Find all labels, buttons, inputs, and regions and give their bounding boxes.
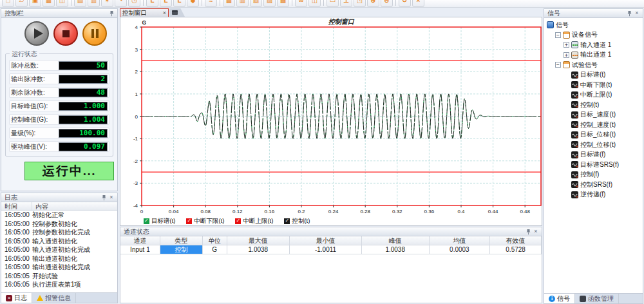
chart-thumbnail-tab[interactable] xyxy=(169,8,185,17)
tree-expand-toggle[interactable]: − xyxy=(555,62,561,68)
pin-icon[interactable] xyxy=(108,10,115,17)
log-row: 16:05:00输入通道初始化完成 xyxy=(1,245,117,254)
legend-checkbox[interactable] xyxy=(284,218,290,224)
zoom-in-icon[interactable]: ⊕ xyxy=(367,0,379,7)
table-row[interactable]: Input 1控制G1.0038-1.00111.00380.00030.572… xyxy=(120,245,542,254)
zoom-out-icon[interactable]: ⊖ xyxy=(381,0,393,7)
status-field-label: 驱动峰值(V): xyxy=(11,142,47,151)
control-window-chart[interactable]: 43210-1-2-3-400.040.080.120.160.20.240.2… xyxy=(120,17,542,216)
tree-item[interactable]: 控制(t) xyxy=(544,100,643,110)
log-time: 16:05:05 xyxy=(1,272,32,281)
tree-item[interactable]: −设备信号 xyxy=(544,30,643,41)
close-icon[interactable]: × xyxy=(532,228,540,235)
close-test-icon[interactable]: × xyxy=(412,0,424,7)
copy-icon[interactable]: ▤ xyxy=(74,0,86,7)
tree-item-label: 目标_速度(t) xyxy=(580,110,616,119)
import-icon[interactable]: ◫ xyxy=(56,0,68,7)
channel-status-title: 通道状态 xyxy=(124,227,149,236)
column-header: 通道 xyxy=(120,236,160,245)
tab-close-icon[interactable]: × xyxy=(163,10,166,16)
tree-item[interactable]: 目标谱(t) xyxy=(544,70,643,81)
tree-item[interactable]: 目标谱SRS(f) xyxy=(544,160,643,170)
tree-item[interactable]: 控制_速度(t) xyxy=(544,120,643,130)
pin-icon[interactable] xyxy=(524,228,532,235)
tree-item[interactable]: +输出通道 1 xyxy=(544,50,643,61)
tab-function-manager[interactable]: 函数管理 xyxy=(575,294,619,303)
favorites-icon[interactable]: ✶ xyxy=(101,0,113,7)
tree-item[interactable]: 中断下限(t) xyxy=(544,80,643,90)
tree-item-label: 中断上限(t) xyxy=(580,90,612,99)
export-window-icon[interactable]: ◳ xyxy=(354,0,366,7)
wave-setup-icon[interactable]: ≈ xyxy=(205,0,217,7)
chart-edit-icon[interactable]: ▩ xyxy=(277,0,289,7)
tree-expand-toggle[interactable]: + xyxy=(564,42,569,48)
tab-log[interactable]: ≡ 日志 xyxy=(1,293,32,303)
save-layout-icon[interactable]: ▭ xyxy=(327,0,339,7)
save-icon[interactable]: ▣ xyxy=(29,0,41,7)
tree-item[interactable]: 目标_位移(t) xyxy=(544,130,643,140)
clock-icon[interactable]: ◷ xyxy=(128,0,140,7)
tree-item[interactable]: −试验信号 xyxy=(544,60,643,70)
chart-curve-icon[interactable]: ▨ xyxy=(263,0,276,7)
stop-button[interactable] xyxy=(53,21,78,46)
report-icon[interactable]: ▥ xyxy=(88,0,100,7)
tab-signal[interactable]: i 信号 xyxy=(544,294,575,303)
legend-checkbox[interactable] xyxy=(186,218,192,224)
tree-item-label: 控制(t) xyxy=(580,100,599,109)
signal-panel: 信号 × 信号−设备信号+输入通道 1+输出通道 1−试验信号目标谱(t)中断下… xyxy=(544,8,643,304)
tree-item[interactable]: 中断上限(t) xyxy=(544,90,643,100)
tab-log-label: 日志 xyxy=(14,294,27,303)
tree-item-label: 目标谱(t) xyxy=(580,70,605,79)
open-icon[interactable]: ▱ xyxy=(15,0,28,7)
pin-icon[interactable] xyxy=(100,194,108,201)
svg-text:-2: -2 xyxy=(133,158,138,164)
tree-item-label: 控制(f) xyxy=(580,170,599,179)
info-icon: i xyxy=(549,296,555,302)
tree-item-label: 目标_位移(t) xyxy=(580,130,616,139)
svg-text:0.12: 0.12 xyxy=(232,209,243,214)
log-message: 输入通道初始化完成 xyxy=(32,245,117,254)
pin-icon[interactable] xyxy=(625,10,633,17)
level-mid-icon[interactable]: L xyxy=(160,0,172,7)
tree-item[interactable]: 控制_位移(t) xyxy=(544,140,643,150)
link-window-icon[interactable]: ◫ xyxy=(308,0,321,7)
pause-button[interactable] xyxy=(82,21,107,46)
legend-checkbox[interactable] xyxy=(144,218,149,224)
chart-columns-icon[interactable]: ▥ xyxy=(236,0,249,7)
play-button[interactable] xyxy=(24,21,49,46)
undo-icon[interactable]: ↺ xyxy=(399,0,411,7)
chart-legend: 目标谱(t)中断下限(t)中断上限(t)控制(t) xyxy=(144,217,310,225)
chart-grid-icon[interactable]: ▦ xyxy=(223,0,235,7)
tree-item[interactable]: 控制(f) xyxy=(544,170,643,180)
tree-item[interactable]: +输入通道 1 xyxy=(544,40,643,50)
new-icon[interactable]: □ xyxy=(2,0,14,7)
legend-checkbox[interactable] xyxy=(235,218,241,224)
tree-item[interactable]: 信号 xyxy=(544,20,643,30)
level-low-icon[interactable]: L xyxy=(146,0,158,7)
svg-text:G: G xyxy=(142,19,146,26)
flip-axis-icon[interactable]: ⊥ xyxy=(340,0,352,7)
tree-item[interactable]: 控制SRS(f) xyxy=(544,180,643,190)
computer-icon xyxy=(547,21,554,28)
tree-expand-toggle[interactable]: − xyxy=(555,32,561,38)
status-field: 驱动峰值(V):0.097 xyxy=(9,141,109,152)
tree-expand-toggle[interactable]: + xyxy=(564,52,569,58)
close-icon[interactable]: × xyxy=(108,194,115,201)
level-high-icon[interactable]: L xyxy=(173,0,185,7)
log-rows: 16:05:00初始化正常16:05:00控制参数初始化16:05:00控制参数… xyxy=(1,211,117,289)
tree-item[interactable]: 目标_速度(t) xyxy=(544,110,643,120)
tree-item[interactable]: 目标谱(f) xyxy=(544,150,643,160)
close-icon[interactable]: × xyxy=(633,10,641,17)
link-channel-icon[interactable]: ∞ xyxy=(295,0,307,7)
tree-item[interactable]: 逆传递(f) xyxy=(544,190,643,200)
wave-icon xyxy=(571,71,578,79)
toolbar-icons: □▱▣▦◫▤▥✶◔◷LLL◆≈▦▥▧▨▩∞◫▭⊥◳⊕⊖↺× xyxy=(0,0,644,7)
legend-label: 中断上限(t) xyxy=(243,217,273,225)
gauge-icon[interactable]: ◔ xyxy=(115,0,127,7)
transfer-icon[interactable]: ◆ xyxy=(187,0,199,7)
tab-control-window[interactable]: 控制窗口 × xyxy=(120,8,169,17)
tab-alarm-info[interactable]: 报警信息 xyxy=(32,293,76,303)
chart-layout-icon[interactable]: ▧ xyxy=(250,0,262,7)
run-status-group: 运行状态 脉冲总数:50输出脉冲数:2剩余脉冲数:48目标峰值(G):1.000… xyxy=(5,53,113,157)
save-all-icon[interactable]: ▦ xyxy=(43,0,55,7)
